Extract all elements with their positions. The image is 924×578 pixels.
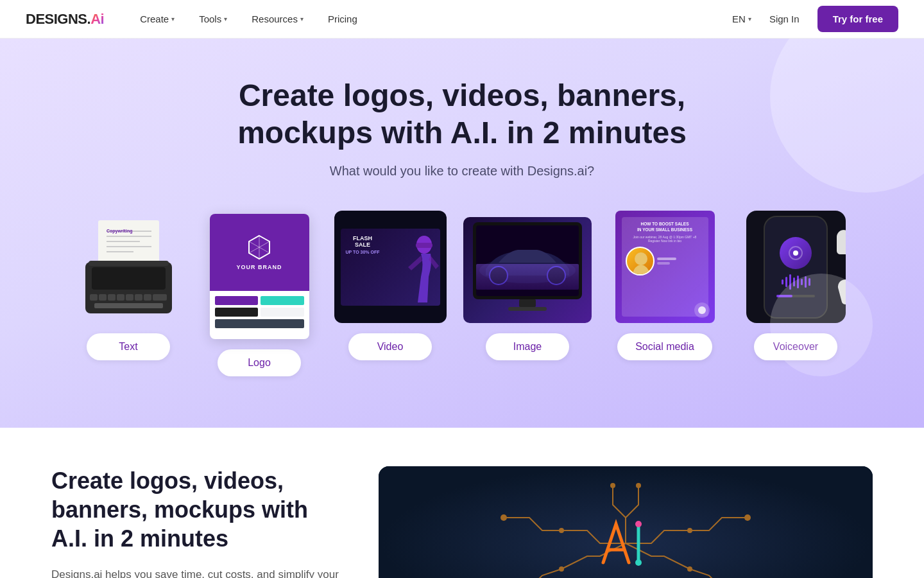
svg-point-41 — [636, 483, 641, 488]
card-video-image: FLASHSALEUP TO 30% OFF — [332, 211, 448, 323]
svg-point-47 — [635, 521, 642, 527]
second-visual — [379, 466, 873, 578]
social-card-face — [626, 247, 654, 276]
logo[interactable]: DESIGNS.Ai — [26, 11, 104, 28]
svg-rect-10 — [99, 294, 107, 301]
card-text[interactable]: Copywriting T — [71, 211, 186, 376]
svg-point-35 — [793, 250, 798, 256]
chevron-down-icon: ▾ — [171, 15, 175, 22]
svg-point-36 — [559, 528, 564, 533]
svg-text:Copywriting: Copywriting — [107, 229, 132, 234]
sign-in-link[interactable]: Sign In — [762, 8, 807, 30]
card-video-label: Video — [348, 333, 432, 360]
chevron-down-icon: ▾ — [748, 15, 751, 22]
chevron-down-icon: ▾ — [300, 15, 304, 22]
monitor-icon — [466, 219, 588, 322]
nav-create[interactable]: Create ▾ — [130, 8, 185, 30]
circuit-board-visualization — [433, 466, 818, 578]
try-free-button[interactable]: Try for free — [817, 6, 898, 32]
card-logo[interactable]: YOUR BRAND Logo — [201, 211, 317, 376]
svg-point-39 — [687, 566, 692, 572]
language-selector[interactable]: EN ▾ — [732, 13, 751, 24]
svg-point-37 — [687, 528, 692, 533]
nav-links: Create ▾ Tools ▾ Resources ▾ Pricing — [130, 8, 732, 30]
logo-preview: YOUR BRAND — [210, 214, 309, 339]
navbar: DESIGNS.Ai Create ▾ Tools ▾ Resources ▾ … — [0, 0, 924, 39]
svg-rect-16 — [153, 294, 167, 301]
card-social[interactable]: HOW TO BOOST SALESIN YOUR SMALL BUSINESS… — [607, 211, 723, 376]
svg-rect-8 — [92, 267, 166, 290]
card-voiceover[interactable]: Voiceover — [738, 211, 853, 376]
airpod-icon — [837, 230, 846, 254]
svg-point-40 — [610, 483, 615, 488]
svg-point-48 — [635, 559, 642, 566]
card-social-label: Social media — [617, 333, 712, 360]
nav-tools[interactable]: Tools ▾ — [189, 8, 237, 30]
typewriter-icon: Copywriting — [76, 217, 182, 323]
card-video[interactable]: FLASHSALEUP TO 30% OFF Video — [332, 211, 448, 376]
svg-point-42 — [501, 514, 507, 521]
card-logo-image: YOUR BRAND — [201, 211, 317, 339]
second-heading: Create logos, videos, banners, mockups w… — [51, 466, 340, 553]
svg-rect-12 — [117, 294, 124, 301]
nav-pricing[interactable]: Pricing — [318, 8, 368, 30]
nav-resources[interactable]: Resources ▾ — [241, 8, 314, 30]
vr-figure-icon — [389, 229, 440, 306]
svg-rect-18 — [89, 261, 169, 266]
logo-hexagon-icon — [246, 234, 272, 260]
svg-rect-14 — [135, 294, 142, 301]
card-image-preview — [463, 211, 592, 323]
second-section: Create logos, videos, banners, mockups w… — [0, 428, 924, 578]
nav-right: EN ▾ Sign In Try for free — [732, 6, 898, 32]
card-text-image: Copywriting — [71, 211, 186, 323]
svg-point-38 — [559, 566, 564, 572]
card-social-image: HOW TO BOOST SALESIN YOUR SMALL BUSINESS… — [607, 211, 723, 323]
svg-point-33 — [635, 252, 647, 265]
airpod-icon — [836, 278, 846, 305]
music-icon — [788, 245, 803, 261]
hero-section: Create logos, videos, banners, mockups w… — [0, 39, 924, 428]
second-left-content: Create logos, videos, banners, mockups w… — [51, 466, 340, 578]
card-voiceover-label: Voiceover — [754, 333, 837, 360]
svg-point-43 — [744, 514, 751, 521]
category-cards-row: Copywriting T — [26, 211, 898, 376]
logo-text: DESIGNS.Ai — [26, 11, 104, 28]
svg-rect-31 — [519, 299, 536, 307]
card-logo-label: Logo — [218, 349, 301, 376]
svg-rect-15 — [144, 294, 151, 301]
chevron-down-icon: ▾ — [224, 15, 227, 22]
svg-rect-32 — [508, 307, 547, 311]
card-text-label: Text — [87, 333, 170, 360]
second-body: Designs.ai helps you save time, cut cost… — [51, 566, 340, 578]
svg-rect-24 — [416, 243, 432, 248]
svg-rect-13 — [126, 294, 133, 301]
hero-subheading: What would you like to create with Desig… — [26, 164, 898, 179]
card-image-label: Image — [486, 333, 569, 360]
card-image[interactable]: Image — [463, 211, 592, 376]
hero-heading: Create logos, videos, banners, mockups w… — [205, 77, 719, 151]
svg-rect-17 — [94, 303, 163, 308]
svg-rect-30 — [476, 264, 579, 290]
svg-rect-9 — [90, 294, 98, 301]
svg-rect-11 — [108, 294, 116, 301]
card-voiceover-image — [738, 211, 853, 323]
